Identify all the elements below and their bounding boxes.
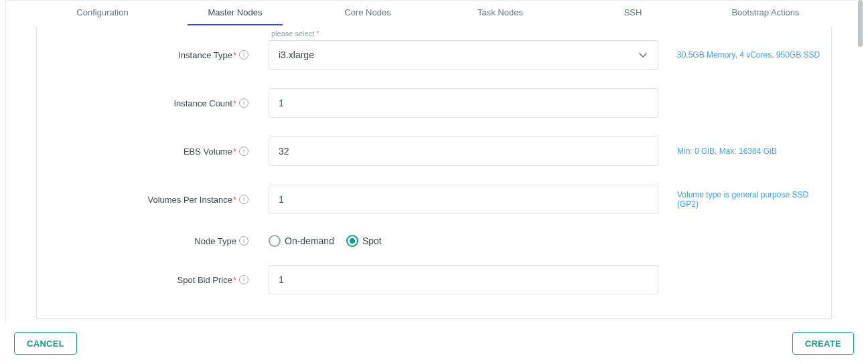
required-marker: * bbox=[233, 98, 236, 108]
tab-configuration[interactable]: Configuration bbox=[36, 0, 169, 25]
label-volumes-per-instance: Volumes Per Instance bbox=[147, 195, 232, 205]
row-spot-bid-price: Spot Bid Price* i bbox=[37, 258, 831, 301]
create-button[interactable]: CREATE bbox=[792, 332, 854, 355]
vertical-scrollbar-track[interactable] bbox=[857, 0, 863, 364]
label-instance-count: Instance Count bbox=[173, 98, 232, 108]
info-icon[interactable]: i bbox=[239, 236, 248, 246]
radio-icon bbox=[346, 235, 358, 247]
tab-ssh[interactable]: SSH bbox=[567, 0, 699, 25]
label-spot-bid-price: Spot Bid Price bbox=[177, 275, 232, 285]
tab-core-nodes[interactable]: Core Nodes bbox=[301, 0, 434, 25]
chevron-down-icon bbox=[638, 50, 648, 60]
row-node-type: Node Type i On-demand Spot bbox=[37, 223, 831, 258]
master-nodes-panel: Instance Type* i please select * i3.xlar… bbox=[36, 25, 832, 318]
vertical-scrollbar-thumb[interactable] bbox=[858, 0, 863, 47]
instance-type-value: i3.xlarge bbox=[279, 50, 314, 60]
row-volumes-per-instance: Volumes Per Instance* i Volume type is g… bbox=[37, 175, 831, 223]
required-marker: * bbox=[233, 50, 236, 60]
info-icon[interactable]: i bbox=[239, 195, 248, 204]
ebs-volume-hint: Min: 0 GiB, Max: 16384 GiB bbox=[658, 147, 831, 156]
tab-master-nodes[interactable]: Master Nodes bbox=[169, 0, 301, 25]
volumes-per-instance-hint: Volume type is general purpose SSD (GP2) bbox=[658, 190, 831, 209]
radio-on-demand[interactable]: On-demand bbox=[269, 235, 334, 247]
radio-spot[interactable]: Spot bbox=[346, 235, 382, 247]
info-icon[interactable]: i bbox=[239, 147, 248, 156]
tab-bar: Configuration Master Nodes Core Nodes Ta… bbox=[36, 0, 832, 25]
instance-type-select[interactable]: i3.xlarge bbox=[269, 40, 658, 70]
footer-bar: CANCEL CREATE bbox=[5, 323, 863, 364]
row-instance-type: Instance Type* i please select * i3.xlar… bbox=[37, 31, 831, 79]
label-ebs-volume: EBS Volume bbox=[184, 147, 232, 157]
instance-type-floating-label: please select * bbox=[271, 29, 319, 37]
node-type-radio-group: On-demand Spot bbox=[269, 226, 658, 256]
tab-task-nodes[interactable]: Task Nodes bbox=[434, 0, 567, 25]
required-marker: * bbox=[233, 195, 236, 205]
radio-icon bbox=[269, 235, 281, 247]
required-marker: * bbox=[233, 147, 236, 157]
required-marker: * bbox=[233, 275, 236, 285]
radio-spot-label: Spot bbox=[362, 236, 382, 246]
ebs-volume-input[interactable] bbox=[269, 136, 658, 166]
cancel-button[interactable]: CANCEL bbox=[14, 332, 77, 355]
radio-on-demand-label: On-demand bbox=[285, 236, 334, 246]
label-node-type: Node Type bbox=[194, 236, 236, 246]
instance-count-input[interactable] bbox=[269, 88, 658, 118]
info-icon[interactable]: i bbox=[239, 98, 248, 108]
info-icon[interactable]: i bbox=[239, 50, 248, 60]
row-ebs-volume: EBS Volume* i Min: 0 GiB, Max: 16384 GiB bbox=[37, 127, 831, 175]
spot-bid-price-input[interactable] bbox=[269, 265, 658, 294]
volumes-per-instance-input[interactable] bbox=[269, 185, 658, 214]
instance-type-hint: 30.5GB Memory, 4 vCores, 950GB SSD bbox=[658, 50, 831, 60]
info-icon[interactable]: i bbox=[239, 275, 248, 284]
label-instance-type: Instance Type bbox=[178, 50, 232, 60]
row-instance-count: Instance Count* i bbox=[37, 79, 831, 127]
tab-bootstrap-actions[interactable]: Bootstrap Actions bbox=[699, 0, 832, 25]
